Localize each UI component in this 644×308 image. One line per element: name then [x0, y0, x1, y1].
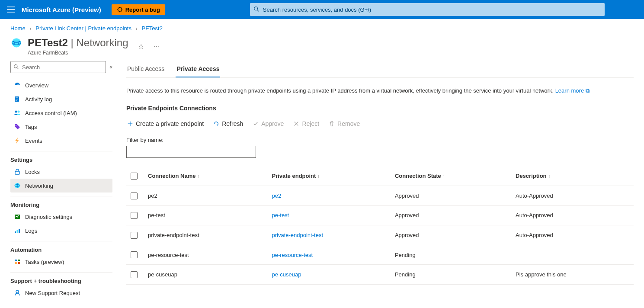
table-row: private-endpoint-testprivate-endpoint-te… — [126, 225, 634, 245]
create-endpoint-button[interactable]: Create a private endpoint — [126, 119, 205, 129]
x-icon — [293, 121, 299, 127]
diagnostic-icon — [14, 213, 21, 220]
sidebar-item-diagnostic[interactable]: Diagnostic settings — [10, 210, 112, 224]
endpoints-table: Connection Name↑ Private endpoint↑ Conne… — [126, 167, 634, 285]
select-all-checkbox[interactable] — [131, 173, 138, 180]
svg-point-4 — [14, 65, 17, 68]
table-row: pe-testpe-testApprovedAuto-Approved — [126, 205, 634, 225]
row-checkbox[interactable] — [131, 251, 138, 258]
reject-button: Reject — [292, 119, 320, 129]
tab-public-access[interactable]: Public Access — [126, 61, 165, 77]
chevron-right-icon: › — [136, 25, 138, 32]
brand-label[interactable]: Microsoft Azure (Preview) — [22, 6, 101, 13]
row-checkbox[interactable] — [131, 232, 138, 239]
learn-more-link[interactable]: Learn more ⧉ — [555, 87, 590, 94]
more-icon[interactable]: ··· — [154, 42, 159, 50]
support-icon — [14, 289, 21, 296]
connection-state-cell: Approved — [391, 186, 511, 206]
col-state[interactable]: Connection State↑ — [391, 167, 511, 186]
sidebar-item-overview[interactable]: Overview — [10, 78, 112, 92]
row-checkbox[interactable] — [131, 212, 138, 219]
sidebar-search-wrap: « — [10, 61, 112, 73]
col-endpoint[interactable]: Private endpoint↑ — [267, 167, 390, 186]
tab-private-access[interactable]: Private Access — [176, 61, 220, 77]
main: Public Access Private Access Private acc… — [119, 61, 634, 300]
sidebar: « Overview Activity log Access control (… — [10, 61, 119, 300]
connection-name-cell: pe-test — [144, 205, 267, 225]
pin-star-icon[interactable]: ☆ — [138, 42, 144, 51]
sidebar-search-input[interactable] — [10, 61, 106, 73]
overview-icon — [14, 82, 21, 89]
global-search-input[interactable] — [250, 3, 605, 16]
svg-rect-13 — [15, 231, 16, 233]
sidebar-item-logs[interactable]: Logs — [10, 224, 112, 237]
row-checkbox[interactable] — [131, 192, 138, 199]
section-title: Private Endpoints Connections — [126, 105, 634, 112]
breadcrumb: Home › Private Link Center | Private end… — [0, 19, 644, 35]
refresh-button[interactable]: Refresh — [212, 119, 244, 129]
connection-state-cell: Approved — [391, 225, 511, 245]
svg-rect-9 — [15, 171, 19, 174]
hamburger-icon[interactable] — [7, 6, 15, 13]
svg-rect-16 — [15, 260, 17, 261]
events-icon — [14, 137, 21, 144]
col-select — [126, 167, 144, 186]
external-link-icon: ⧉ — [586, 87, 590, 94]
search-icon — [13, 64, 19, 70]
toolbar: Create a private endpoint Refresh Approv… — [126, 119, 634, 129]
private-endpoint-link[interactable]: pe-resource-test — [272, 252, 313, 258]
col-connection-name[interactable]: Connection Name↑ — [144, 167, 267, 186]
content-area: « Overview Activity log Access control (… — [0, 61, 644, 300]
sidebar-item-iam[interactable]: Access control (IAM) — [10, 106, 112, 120]
private-endpoint-link[interactable]: pe-cuseuap — [272, 271, 301, 278]
row-checkbox[interactable] — [131, 271, 138, 278]
sidebar-item-tasks[interactable]: Tasks (preview) — [10, 255, 112, 269]
sidebar-group-monitoring: Monitoring — [10, 196, 112, 210]
sort-up-icon: ↑ — [443, 174, 445, 179]
svg-point-1 — [254, 7, 258, 10]
table-row: pe-resource-testpe-resource-testPending — [126, 245, 634, 265]
intro-text: Private access to this resource is route… — [126, 87, 634, 95]
sidebar-item-locks[interactable]: Locks — [10, 165, 112, 179]
description-cell: Auto-Approved — [511, 205, 634, 225]
topbar: Microsoft Azure (Preview) Report a bug — [0, 0, 644, 19]
connection-state-cell: Approved — [391, 205, 511, 225]
refresh-icon — [213, 121, 219, 127]
report-bug-label: Report a bug — [125, 6, 160, 13]
svg-rect-14 — [17, 230, 18, 233]
sidebar-item-tags[interactable]: Tags — [10, 120, 112, 134]
sort-up-icon: ↑ — [317, 174, 320, 179]
filter-input[interactable] — [126, 146, 256, 158]
sidebar-item-events[interactable]: Events — [10, 134, 112, 148]
networking-icon — [14, 182, 21, 189]
chevron-right-icon: › — [29, 25, 31, 32]
resource-subtitle: Azure FarmBeats — [28, 50, 128, 56]
sidebar-group-automation: Automation — [10, 241, 112, 255]
check-icon — [253, 121, 259, 127]
description-cell: Pls approve this one — [511, 265, 634, 285]
sidebar-item-networking[interactable]: Networking — [10, 179, 112, 192]
breadcrumb-home[interactable]: Home — [10, 25, 26, 32]
page-header: PETest2 | Networking Azure FarmBeats ☆ ·… — [0, 35, 644, 61]
private-endpoint-link[interactable]: pe2 — [272, 192, 281, 199]
collapse-sidebar-icon[interactable]: « — [109, 64, 112, 70]
svg-rect-17 — [18, 260, 20, 261]
connection-name-cell: pe-cuseuap — [144, 265, 267, 285]
lock-icon — [14, 168, 21, 175]
tabs: Public Access Private Access — [126, 61, 634, 78]
sidebar-item-activity-log[interactable]: Activity log — [10, 92, 112, 106]
svg-rect-18 — [15, 262, 17, 264]
svg-point-20 — [16, 290, 19, 293]
breadcrumb-plc[interactable]: Private Link Center | Private endpoints — [35, 25, 131, 32]
page-title-section: | Networking — [71, 37, 128, 48]
logs-icon — [14, 227, 21, 234]
col-description[interactable]: Description↑ — [511, 167, 634, 186]
description-cell: Auto-Approved — [511, 186, 634, 206]
sidebar-item-support-request[interactable]: New Support Request — [10, 286, 112, 300]
private-endpoint-link[interactable]: private-endpoint-test — [272, 232, 323, 238]
private-endpoint-link[interactable]: pe-test — [272, 212, 289, 218]
breadcrumb-resource[interactable]: PETest2 — [141, 25, 162, 32]
report-bug-button[interactable]: Report a bug — [112, 4, 165, 15]
plus-icon — [127, 121, 133, 127]
tasks-icon — [14, 258, 21, 265]
